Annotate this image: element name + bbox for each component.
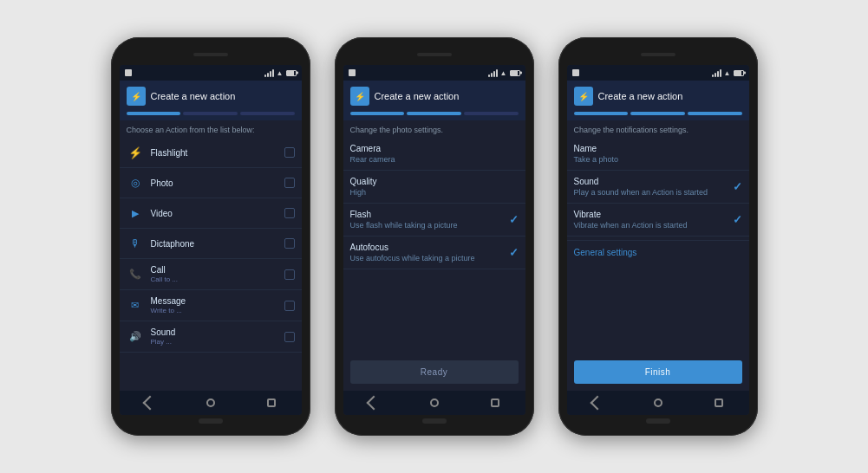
flashlight-icon: ⚡ [127,144,144,161]
flash-value: Use flash while taking a picture [350,221,509,230]
nav-back-1[interactable] [141,396,159,410]
message-sub: Write to ... [151,307,277,314]
nav-home-3[interactable] [649,396,667,410]
call-label: Call [151,265,277,275]
nav-recent-icon-2 [491,398,499,407]
autofocus-info: Autofocus Use autofocus while taking a p… [350,243,509,262]
status-app-icon-2: ▪ [349,69,356,76]
video-checkbox[interactable] [284,208,295,218]
name-label: Name [574,144,742,153]
nav-recent-2[interactable] [486,396,504,410]
nav-back-icon-2 [366,396,381,411]
status-right-2: ▲ [488,68,520,77]
progress-seg-1-2 [183,112,238,115]
photo-checkbox[interactable] [284,178,295,188]
nav-back-3[interactable] [589,396,606,410]
settings-camera[interactable]: Camera Rear camera [343,138,525,171]
message-checkbox[interactable] [284,301,295,311]
nav-recent-3[interactable] [710,396,728,410]
settings-quality[interactable]: Quality High [343,171,525,204]
list-item[interactable]: ◎ Photo [120,168,302,198]
flashlight-label: Flashlight [151,148,277,158]
camera-value: Rear camera [350,155,519,164]
progress-seg-1-3 [240,112,295,115]
app-icon-2: ⚡ [350,87,369,106]
list-item[interactable]: ✉ Message Write to ... [120,290,302,321]
vibrate-info: Vibrate Vibrate when an Action is starte… [574,210,733,230]
vibrate-label: Vibrate [574,210,733,219]
dictaphone-text: Dictaphone [151,239,277,249]
battery-fill-2 [511,71,518,75]
phone-1-screen: ▪ ▲ ⚡ Create a ne [120,65,302,415]
list-item[interactable]: ⚡ Flashlight [120,138,302,168]
settings-name[interactable]: Name Take a photo [567,138,749,171]
notif-sound-value: Play a sound when an Action is started [574,188,733,197]
status-right-3: ▲ [712,68,744,77]
progress-seg-2-1 [350,112,405,115]
settings-flash[interactable]: Flash Use flash while taking a picture ✓ [343,204,525,236]
phone-2-screen: ▪ ▲ ⚡ Create a new actio [343,65,525,415]
signal-bar-2 [267,73,269,77]
screen-subtitle-2: Change the photo settings. [343,120,525,138]
app-title-3: Create a new action [598,91,683,101]
flashlight-checkbox[interactable] [284,147,295,158]
settings-autofocus[interactable]: Autofocus Use autofocus while taking a p… [343,236,525,269]
battery-icon-3 [734,70,744,76]
signal-bars-3 [712,68,721,77]
message-label: Message [151,296,277,306]
signal-bar-2-3 [493,71,495,77]
general-settings-section[interactable]: General settings [567,240,749,261]
signal-bar-3-3 [717,71,719,77]
sound-text: Sound Play ... [151,327,277,346]
ready-button[interactable]: Ready [350,360,519,384]
call-checkbox[interactable] [284,269,295,280]
signal-bars-2 [488,68,498,77]
status-app-icon-1: ▪ [125,69,132,76]
action-list-1: ⚡ Flashlight ◎ Photo [120,138,302,391]
video-text: Video [151,209,277,218]
app-title-1: Create a new action [151,91,236,101]
nav-bar-3 [567,391,749,415]
app-title-2: Create a new action [375,91,460,101]
wifi-icon-1: ▲ [277,69,284,77]
list-item[interactable]: ▶ Video [120,198,302,229]
notif-sound-label: Sound [574,177,733,186]
nav-home-2[interactable] [426,396,443,410]
signal-bar-2-1 [488,75,490,77]
sound-checkmark: ✓ [733,180,742,193]
vibrate-value: Vibrate when an Action is started [574,221,733,230]
signal-bar-3 [270,71,271,77]
nav-home-icon-2 [430,398,439,407]
settings-sound[interactable]: Sound Play a sound when an Action is sta… [567,171,749,204]
list-item[interactable]: 📞 Call Call to ... [120,259,302,290]
nav-back-2[interactable] [365,396,382,410]
finish-button[interactable]: Finish [574,360,742,384]
list-item[interactable]: 🎙 Dictaphone [120,229,302,259]
nav-bar-2 [343,391,525,415]
signal-bar-1 [264,75,266,77]
progress-seg-3-1 [574,112,629,115]
nav-bar-1 [120,391,302,415]
signal-bar-2-2 [491,73,493,77]
phone-2-bottom [343,415,525,427]
screen-content-1: Choose an Action from the list below: ⚡ … [120,120,302,391]
spacer-3 [567,261,749,353]
name-value: Take a photo [574,155,742,164]
autofocus-value: Use autofocus while taking a picture [350,254,509,262]
nav-home-1[interactable] [202,396,219,410]
dictaphone-icon: 🎙 [127,235,144,252]
phone-1: ▪ ▲ ⚡ Create a ne [111,37,310,436]
video-icon: ▶ [127,204,144,222]
sound-checkbox[interactable] [284,332,295,342]
nav-recent-1[interactable] [263,396,280,410]
call-text: Call Call to ... [151,265,277,283]
settings-vibrate[interactable]: Vibrate Vibrate when an Action is starte… [567,204,749,236]
message-text: Message Write to ... [151,296,277,314]
signal-bar-3-4 [720,69,721,77]
video-label: Video [151,209,277,218]
dictaphone-checkbox[interactable] [284,238,295,249]
wifi-icon-3: ▲ [724,69,731,77]
nav-home-icon-1 [206,398,215,407]
list-item[interactable]: 🔊 Sound Play ... [120,321,302,353]
phones-container: ▪ ▲ ⚡ Create a ne [111,20,758,453]
